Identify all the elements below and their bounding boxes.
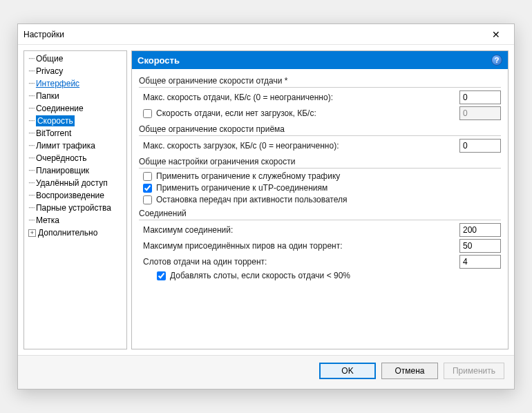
label-slots: Слотов отдачи на один торрент: (143, 257, 459, 267)
tree-item-4[interactable]: ·····Соединение (24, 102, 126, 115)
panel-title: Скорость (137, 55, 180, 66)
panel-content: Общее ограничение скорости отдачи * Макс… (132, 69, 508, 349)
tree-item-label: Папки (36, 90, 59, 102)
tree-dots-icon: ····· (28, 53, 35, 64)
tree-dots-icon: ····· (28, 177, 35, 189)
checkbox-utp[interactable] (143, 184, 152, 193)
label-upload-max: Макс. скорость отдачи, КБ/с (0 = неогран… (143, 93, 459, 102)
row-add-slots: Добавлять слоты, если скорость отдачи < … (139, 271, 501, 280)
tree-item-label: Общие (36, 53, 63, 64)
group-upload-title: Общее ограничение скорости отдачи * (139, 76, 501, 88)
tree-dots-icon: ····· (28, 66, 35, 77)
tree-item-label: Очерёдность (36, 153, 87, 164)
help-icon[interactable]: ? (491, 55, 502, 66)
checkbox-upload-alt[interactable] (143, 109, 152, 118)
checkbox-overhead[interactable] (143, 172, 152, 181)
tree-dots-icon: ····· (28, 103, 35, 114)
tree-item-label: Парные устройства (36, 202, 111, 213)
tree-dots-icon: ····· (28, 190, 35, 201)
tree-item-label: Скорость (36, 115, 75, 126)
tree-item-11[interactable]: ·····Воспроизведение (24, 189, 126, 202)
cancel-button[interactable]: Отмена (381, 363, 438, 379)
panel-header: Скорость ? (132, 51, 508, 69)
ok-button[interactable]: OK (319, 363, 376, 379)
tree-dots-icon: ····· (28, 90, 35, 102)
footer: OK Отмена Применить (18, 355, 514, 389)
tree-item-label: Privacy (36, 66, 63, 77)
tree-dots-icon: ····· (28, 115, 35, 126)
tree-item-7[interactable]: ·····Лимит трафика (24, 140, 126, 152)
settings-window: Настройки ✕ ·····Общие·····Privacy·····И… (17, 23, 515, 390)
row-utp: Применить ограничение к uTP-соединениям (139, 183, 501, 193)
tree-item-1[interactable]: ·····Privacy (24, 65, 126, 77)
checkbox-add-slots[interactable] (157, 271, 166, 280)
row-overhead: Применить ограничение к служебному трафи… (139, 171, 501, 181)
row-upload-alt: Скорость отдачи, если нет загрузок, КБ/с… (139, 106, 501, 120)
tree-dots-icon: ····· (28, 215, 35, 226)
dialog-body: ·····Общие·····Privacy·····Интерфейс····… (18, 45, 514, 355)
settings-panel: Скорость ? Общее ограничение скорости от… (131, 50, 509, 349)
row-download-max: Макс. скорость загрузок, КБ/с (0 = неогр… (139, 139, 501, 153)
tree-item-2[interactable]: ·····Интерфейс (24, 77, 126, 90)
tree-dots-icon: ····· (28, 140, 35, 151)
tree-item-label: Планировщик (36, 165, 89, 176)
label-max-peers: Максимум присоединённых пиров на один то… (143, 241, 459, 251)
tree-item-10[interactable]: ·····Удалённый доступ (24, 177, 126, 189)
tree-dots-icon: ····· (28, 153, 35, 164)
row-upload-max: Макс. скорость отдачи, КБ/с (0 = неогран… (139, 90, 501, 104)
label-add-slots: Добавлять слоты, если скорость отдачи < … (170, 271, 501, 280)
label-utp: Применить ограничение к uTP-соединениям (156, 183, 501, 193)
tree-item-label: Метка (36, 215, 59, 226)
tree-item-6[interactable]: ·····BitTorrent (24, 127, 126, 140)
row-max-peers: Максимум присоединённых пиров на один то… (139, 239, 501, 253)
tree-item-5[interactable]: ·····Скорость (24, 115, 126, 127)
tree-item-8[interactable]: ·····Очерёдность (24, 152, 126, 164)
tree-dots-icon: ····· (28, 165, 35, 176)
input-max-conn[interactable] (459, 223, 501, 237)
tree-item-9[interactable]: ·····Планировщик (24, 164, 126, 177)
apply-button[interactable]: Применить (444, 363, 504, 379)
tree-dots-icon: ····· (28, 78, 35, 89)
expand-icon[interactable]: + (28, 229, 36, 237)
checkbox-pause[interactable] (143, 195, 152, 204)
row-slots: Слотов отдачи на один торрент: (139, 255, 501, 269)
tree-dots-icon: ····· (28, 202, 35, 213)
input-download-max[interactable] (459, 139, 501, 153)
tree-item-label: BitTorrent (36, 128, 71, 139)
row-max-conn: Максимум соединений: (139, 223, 501, 237)
tree-item-13[interactable]: ·····Метка (24, 214, 126, 227)
tree-item-label: Интерфейс (36, 78, 79, 89)
close-button[interactable]: ✕ (484, 25, 509, 44)
tree-item-label: Соединение (36, 103, 84, 114)
row-pause: Остановка передач при активности пользов… (139, 195, 501, 204)
group-connections-title: Соединений (139, 209, 501, 220)
label-overhead: Применить ограничение к служебному трафи… (156, 171, 501, 181)
group-download-title: Общее ограничение скорости приёма (139, 124, 501, 136)
group-settings-title: Общие настройки ограничения скорости (139, 157, 501, 169)
label-upload-alt: Скорость отдачи, если нет загрузок, КБ/с… (156, 108, 459, 118)
tree-item-label: Удалённый доступ (36, 177, 108, 189)
tree-item-label: Воспроизведение (36, 190, 104, 201)
label-pause: Остановка передач при активности пользов… (156, 195, 501, 204)
titlebar: Настройки ✕ (18, 24, 514, 45)
tree-item-0[interactable]: ·····Общие (24, 52, 126, 65)
close-icon: ✕ (492, 29, 500, 40)
window-title: Настройки (23, 30, 484, 39)
input-max-peers[interactable] (459, 239, 501, 253)
input-upload-max[interactable] (459, 90, 501, 104)
tree-item-12[interactable]: ·····Парные устройства (24, 202, 126, 214)
input-upload-alt (459, 106, 501, 120)
tree-item-label: Лимит трафика (36, 140, 95, 151)
label-download-max: Макс. скорость загрузок, КБ/с (0 = неогр… (143, 141, 459, 151)
tree-dots-icon: ····· (28, 128, 35, 139)
label-max-conn: Максимум соединений: (143, 225, 459, 235)
tree-item-label: Дополнительно (38, 227, 97, 238)
tree-item-14[interactable]: +Дополнительно (24, 227, 126, 239)
input-slots[interactable] (459, 255, 501, 269)
category-tree[interactable]: ·····Общие·····Privacy·····Интерфейс····… (23, 50, 127, 349)
tree-item-3[interactable]: ·····Папки (24, 90, 126, 102)
